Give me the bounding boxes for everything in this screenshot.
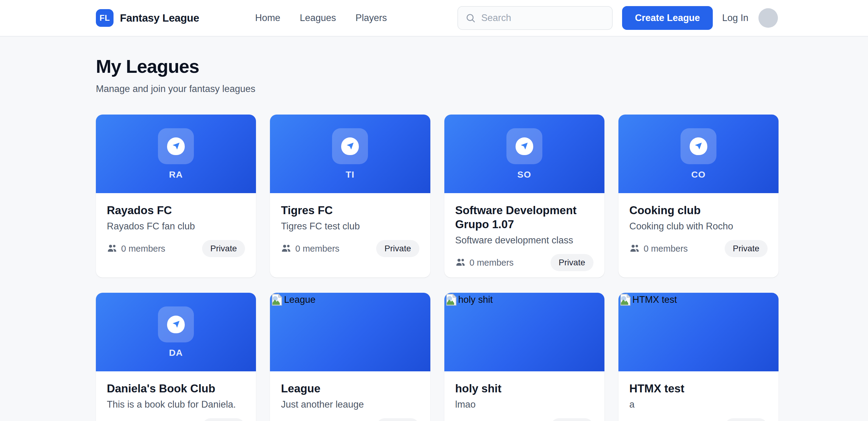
broken-image-placeholder: HTMX test xyxy=(618,293,778,306)
league-description: a xyxy=(629,399,768,410)
league-initials: RA xyxy=(169,169,183,180)
privacy-badge: Private xyxy=(551,418,593,421)
users-icon xyxy=(107,244,117,253)
league-card-body: HTMX test a 0 members Private xyxy=(618,371,778,421)
create-league-button[interactable]: Create League xyxy=(622,6,713,30)
privacy-badge: Private xyxy=(202,418,245,421)
main-content: My Leagues Manage and join your fantasy … xyxy=(0,36,868,421)
members-count: 0 members xyxy=(470,258,514,268)
league-card-footer: 0 members Private xyxy=(281,240,419,257)
nav-item-leagues[interactable]: Leagues xyxy=(300,12,336,24)
league-icon-tile xyxy=(681,128,716,164)
login-link[interactable]: Log In xyxy=(722,12,748,24)
league-members: 0 members xyxy=(281,244,339,254)
users-icon xyxy=(629,244,640,253)
league-name: League xyxy=(281,382,419,396)
image-alt-text: holy shit xyxy=(458,293,493,306)
league-banner: SO xyxy=(444,115,604,193)
app-logo: FL xyxy=(96,9,114,27)
league-name: HTMX test xyxy=(629,382,768,396)
league-name: Cooking club xyxy=(629,203,768,218)
league-banner: HTMX test xyxy=(618,293,778,371)
league-card[interactable]: CO Cooking club Cooking club with Rocho … xyxy=(618,115,778,278)
league-description: lmao xyxy=(455,399,593,410)
league-card[interactable]: TI Tigres FC Tigres FC test club 0 membe… xyxy=(270,115,430,278)
privacy-badge: Private xyxy=(551,254,593,271)
broken-image-icon xyxy=(444,293,458,306)
league-initials: DA xyxy=(169,347,183,358)
banner-emblem: SO xyxy=(444,115,604,193)
league-card-body: Daniela's Book Club This is a book club … xyxy=(96,371,256,421)
nav-item-home[interactable]: Home xyxy=(255,12,280,24)
league-card-body: Rayados FC Rayados FC fan club 0 members… xyxy=(96,193,256,257)
league-grid: RA Rayados FC Rayados FC fan club 0 memb… xyxy=(96,115,778,421)
users-icon xyxy=(281,244,291,253)
privacy-badge: Private xyxy=(376,240,419,257)
league-initials: CO xyxy=(691,169,706,180)
primary-nav: Home Leagues Players xyxy=(255,12,387,24)
send-arrow-icon xyxy=(341,137,359,155)
league-card-footer: 0 members Private xyxy=(455,254,593,271)
league-initials: SO xyxy=(517,169,531,180)
league-card-body: Software Development Grupo 1.07 Software… xyxy=(444,193,604,271)
league-card-footer: 0 members Private xyxy=(107,418,245,421)
privacy-badge: Private xyxy=(725,240,768,257)
league-card[interactable]: holy shit holy shit lmao 0 members Priva… xyxy=(444,293,604,421)
users-icon xyxy=(455,258,466,268)
page-title: My Leagues xyxy=(96,56,778,77)
broken-image-placeholder: holy shit xyxy=(444,293,604,306)
send-arrow-icon xyxy=(690,137,707,155)
search-box[interactable] xyxy=(458,6,613,30)
page-subtitle: Manage and join your fantasy leagues xyxy=(96,83,778,94)
league-icon-tile xyxy=(158,306,194,342)
league-initials: TI xyxy=(346,169,354,180)
members-count: 0 members xyxy=(644,244,688,254)
image-alt-text: HTMX test xyxy=(632,293,677,306)
banner-emblem: RA xyxy=(96,115,256,193)
banner-emblem: DA xyxy=(96,293,256,371)
league-name: Software Development Grupo 1.07 xyxy=(455,203,593,231)
broken-image-icon xyxy=(270,293,283,306)
broken-image-placeholder: League xyxy=(270,293,430,306)
send-arrow-icon xyxy=(516,137,533,155)
banner-emblem: TI xyxy=(270,115,430,193)
league-banner: DA xyxy=(96,293,256,371)
banner-emblem: CO xyxy=(618,115,778,193)
league-card[interactable]: HTMX test HTMX test a 0 members Private xyxy=(618,293,778,421)
league-description: Software development class xyxy=(455,234,593,246)
broken-image-icon xyxy=(618,293,632,306)
send-arrow-icon xyxy=(167,137,185,155)
league-banner: League xyxy=(270,293,430,371)
league-card-footer: 0 members Private xyxy=(107,240,245,257)
league-banner: holy shit xyxy=(444,293,604,371)
nav-item-players[interactable]: Players xyxy=(355,12,387,24)
avatar[interactable] xyxy=(758,8,778,28)
app-title: Fantasy League xyxy=(120,12,199,24)
privacy-badge: Private xyxy=(725,418,768,421)
top-navbar: FL Fantasy League Home Leagues Players C… xyxy=(0,0,868,36)
league-description: Tigres FC test club xyxy=(281,221,419,232)
league-icon-tile xyxy=(332,128,368,164)
league-card[interactable]: League League Just another leauge 0 memb… xyxy=(270,293,430,421)
league-icon-tile xyxy=(158,128,194,164)
league-banner: CO xyxy=(618,115,778,193)
league-name: Daniela's Book Club xyxy=(107,382,245,396)
search-icon xyxy=(465,13,476,23)
league-card-body: Tigres FC Tigres FC test club 0 members … xyxy=(270,193,430,257)
privacy-badge: Private xyxy=(376,418,419,421)
league-card-footer: 0 members Private xyxy=(281,418,419,421)
league-banner: RA xyxy=(96,115,256,193)
league-name: Rayados FC xyxy=(107,203,245,218)
send-arrow-icon xyxy=(167,316,185,333)
league-description: Cooking club with Rocho xyxy=(629,221,768,232)
search-input[interactable] xyxy=(481,12,605,24)
league-description: Just another leauge xyxy=(281,399,419,410)
league-card[interactable]: DA Daniela's Book Club This is a book cl… xyxy=(96,293,256,421)
brand[interactable]: FL Fantasy League xyxy=(96,9,199,27)
league-card[interactable]: RA Rayados FC Rayados FC fan club 0 memb… xyxy=(96,115,256,278)
league-name: holy shit xyxy=(455,382,593,396)
members-count: 0 members xyxy=(295,244,339,254)
league-card[interactable]: SO Software Development Grupo 1.07 Softw… xyxy=(444,115,604,278)
league-banner: TI xyxy=(270,115,430,193)
league-card-footer: 0 members Private xyxy=(629,418,768,421)
